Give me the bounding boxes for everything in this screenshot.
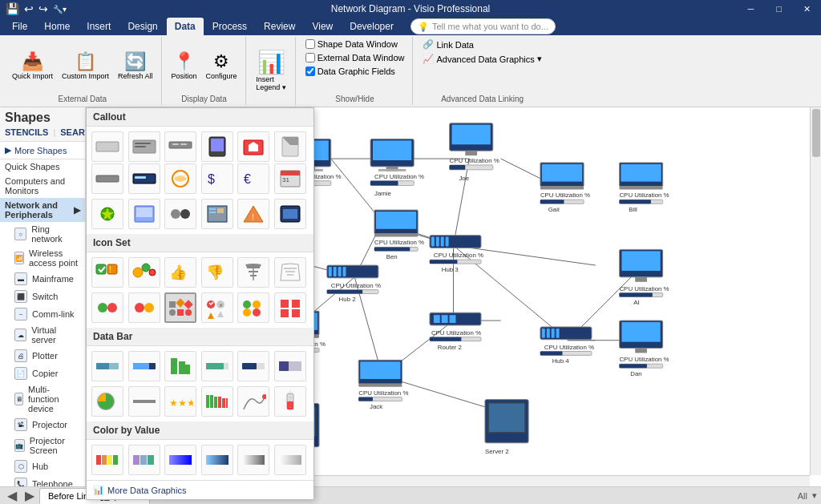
icon-set-r2-1[interactable]: [91, 292, 123, 323]
data-bar-r2-6[interactable]: [274, 386, 306, 417]
callout-icon-5[interactable]: [237, 131, 269, 162]
configure-button[interactable]: ⚙ Configure: [203, 50, 241, 82]
page-indicator-dropdown[interactable]: ▾: [812, 490, 817, 501]
callout-icon-4[interactable]: [201, 131, 233, 162]
tab-process[interactable]: Process: [204, 18, 255, 35]
callout-icon-17[interactable]: !: [237, 199, 269, 229]
data-bar-2[interactable]: [128, 351, 160, 381]
callout-icon-7[interactable]: [91, 163, 123, 194]
vscroll-thumb[interactable]: [812, 109, 820, 157]
vertical-scrollbar[interactable]: [810, 107, 821, 475]
page-all-indicator[interactable]: All: [798, 491, 807, 501]
data-bar-r2-5[interactable]: [237, 386, 269, 417]
data-bar-1[interactable]: [91, 351, 123, 381]
icon-set-6[interactable]: [274, 257, 306, 288]
position-button[interactable]: 📍 Position: [168, 50, 200, 82]
icon-set-4[interactable]: 👎: [201, 257, 233, 288]
data-bar-r2-4[interactable]: [201, 386, 233, 417]
quick-import-button[interactable]: 📥 Quick Import: [9, 50, 56, 82]
callout-icon-10[interactable]: $: [201, 163, 233, 194]
icon-set-3[interactable]: 👍: [164, 257, 196, 288]
data-bar-r2-2[interactable]: [128, 386, 160, 417]
data-bar-r2-3[interactable]: ★★★: [164, 386, 196, 417]
save-icon[interactable]: 💾: [4, 2, 21, 15]
data-bar-4[interactable]: [201, 351, 233, 381]
callout-icon-15[interactable]: [164, 199, 196, 229]
shape-data-window-checkbox-label[interactable]: Shape Data Window: [302, 38, 401, 50]
tell-me-bar[interactable]: 💡 Tell me what you want to do...: [410, 18, 556, 34]
hub-item[interactable]: ⬡ Hub: [0, 458, 85, 475]
callout-icon-14[interactable]: [128, 199, 160, 229]
data-bar-6[interactable]: [274, 351, 306, 381]
tab-insert[interactable]: Insert: [79, 18, 119, 35]
search-tab[interactable]: SEARCH: [60, 127, 86, 138]
plotter-item[interactable]: 🖨 Plotter: [0, 347, 85, 365]
icon-set-r2-5[interactable]: [237, 292, 269, 323]
tab-review[interactable]: Review: [256, 18, 303, 35]
data-bar-5[interactable]: [237, 351, 269, 381]
maximize-button[interactable]: □: [765, 0, 793, 18]
insert-legend-button[interactable]: 📊 InsertLegend ▾: [253, 47, 289, 93]
callout-icon-13[interactable]: [91, 199, 123, 229]
tab-design[interactable]: Design: [119, 18, 165, 35]
icon-set-r2-3[interactable]: [164, 292, 196, 323]
virtual-server-item[interactable]: ☁ Virtual server: [0, 323, 85, 347]
redo-icon[interactable]: ↪: [37, 2, 50, 15]
copier-item[interactable]: 📄 Copier: [0, 365, 85, 382]
comm-link-item[interactable]: ~ Comm-link: [0, 305, 85, 323]
prev-page-button[interactable]: ◀: [4, 488, 20, 503]
projector-screen-item[interactable]: 📺 Projector Screen: [0, 433, 85, 458]
custom-import-button[interactable]: 📋 Custom Import: [59, 50, 112, 82]
color-val-5[interactable]: [237, 445, 269, 475]
callout-icon-9[interactable]: [164, 163, 196, 194]
callout-icon-6[interactable]: [274, 131, 306, 162]
telephone-item[interactable]: 📞 Telephone: [0, 475, 85, 486]
data-bar-3[interactable]: [164, 351, 196, 381]
tab-home[interactable]: Home: [36, 18, 78, 35]
data-graphic-fields-checkbox-label[interactable]: Data Graphic Fields: [302, 66, 398, 77]
color-val-1[interactable]: [91, 445, 123, 475]
icon-set-2[interactable]: [128, 257, 160, 288]
callout-icon-1[interactable]: [91, 131, 123, 162]
network-peripherals-category[interactable]: Network and Peripherals ▶: [0, 198, 85, 222]
window-controls[interactable]: ─ □ ✕: [737, 0, 821, 18]
icon-set-5[interactable]: [237, 257, 269, 288]
icon-set-r2-4[interactable]: ×: [201, 292, 233, 323]
tab-developer[interactable]: Developer: [342, 18, 402, 35]
callout-icon-8[interactable]: [128, 163, 160, 194]
color-val-3[interactable]: [164, 445, 196, 475]
callout-icon-3[interactable]: [164, 131, 196, 162]
color-val-4[interactable]: [201, 445, 233, 475]
customize-icon[interactable]: 🔧▾: [51, 5, 68, 14]
callout-icon-11[interactable]: €: [237, 163, 269, 194]
computers-category[interactable]: Computers and Monitors: [0, 174, 85, 198]
advanced-data-graphics-button[interactable]: 📈 Advanced Data Graphics ▾: [419, 53, 544, 65]
shape-data-window-checkbox[interactable]: [305, 39, 315, 49]
ring-network-item[interactable]: ○ Ring network: [0, 222, 85, 246]
icon-set-r2-2[interactable]: [128, 292, 160, 323]
next-page-button[interactable]: ▶: [22, 488, 38, 503]
switch-item[interactable]: ⬛ Switch: [0, 288, 85, 305]
tab-view[interactable]: View: [304, 18, 341, 35]
data-bar-r2-1[interactable]: [91, 386, 123, 417]
callout-icon-12[interactable]: 31: [274, 163, 306, 194]
tab-file[interactable]: File: [4, 18, 35, 35]
projector-item[interactable]: 📽 Projector: [0, 416, 85, 433]
callout-icon-18[interactable]: [274, 199, 306, 229]
callout-icon-16[interactable]: [201, 199, 233, 229]
tab-data[interactable]: Data: [167, 18, 204, 35]
minimize-button[interactable]: ─: [737, 0, 765, 18]
more-shapes-button[interactable]: ▶ More Shapes: [0, 142, 85, 159]
stencils-tab[interactable]: STENCILS: [5, 127, 48, 138]
close-button[interactable]: ✕: [793, 0, 821, 18]
refresh-all-button[interactable]: 🔄 Refresh All: [115, 50, 156, 82]
external-data-window-checkbox[interactable]: [305, 53, 315, 62]
data-graphic-fields-checkbox[interactable]: [305, 67, 315, 76]
wireless-access-item[interactable]: 📶 Wireless access point: [0, 246, 85, 270]
quick-shapes-category[interactable]: Quick Shapes: [0, 159, 85, 174]
icon-set-r2-6[interactable]: [274, 292, 306, 323]
color-val-2[interactable]: [128, 445, 160, 475]
icon-set-1[interactable]: !: [91, 257, 123, 288]
undo-icon[interactable]: ↩: [22, 2, 35, 15]
mainframe-item[interactable]: ▬ Mainframe: [0, 270, 85, 288]
